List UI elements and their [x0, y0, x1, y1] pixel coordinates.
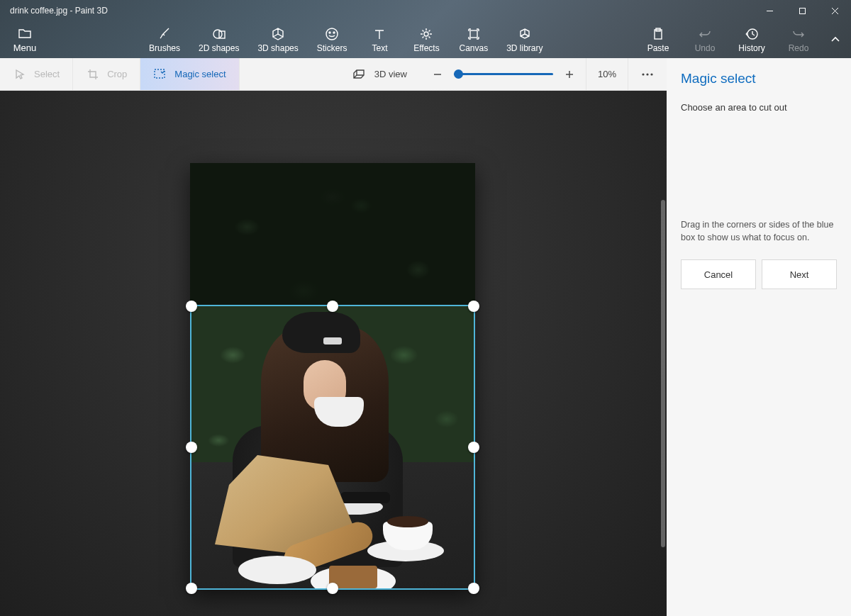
- effects-tool[interactable]: Effects: [412, 27, 440, 53]
- zoom-out-button[interactable]: [431, 68, 444, 81]
- stickers-tool[interactable]: Stickers: [317, 27, 347, 53]
- view-3d-toggle[interactable]: 3D view: [338, 58, 421, 90]
- cube-outline-icon: [352, 67, 366, 82]
- undo-tool[interactable]: Undo: [691, 27, 719, 53]
- sub-toolbar: Select Crop Magic select 3D view 10%: [0, 58, 667, 91]
- workspace: Select Crop Magic select 3D view 10%: [0, 58, 667, 616]
- selection-handle-top-right[interactable]: [468, 301, 479, 312]
- shapes3d-icon: [271, 27, 285, 41]
- panel-title: Magic select: [681, 71, 837, 86]
- magic-select-tool[interactable]: Magic select: [140, 58, 239, 90]
- svg-point-9: [424, 32, 428, 36]
- selection-handle-mid-left[interactable]: [186, 442, 197, 453]
- svg-point-7: [329, 32, 330, 33]
- menu-label: Menu: [13, 43, 37, 53]
- selection-handle-bottom-mid[interactable]: [327, 583, 338, 594]
- text-icon: [372, 27, 386, 41]
- lib3d-tool[interactable]: 3D library: [506, 27, 543, 53]
- selection-handle-bottom-left[interactable]: [186, 583, 197, 594]
- redo-tool[interactable]: Redo: [784, 27, 813, 53]
- canvas[interactable]: [190, 163, 475, 590]
- selection-handle-mid-right[interactable]: [468, 442, 479, 453]
- side-panel: Magic select Choose an area to cut out D…: [667, 58, 851, 616]
- folder-icon: [18, 26, 32, 40]
- magic-select-icon: [153, 67, 167, 82]
- window-controls: [753, 0, 851, 21]
- svg-point-18: [642, 73, 644, 75]
- crop-tool[interactable]: Crop: [73, 58, 140, 90]
- vertical-scrollbar[interactable]: [661, 200, 665, 547]
- minimize-button[interactable]: [753, 0, 786, 21]
- selection-box[interactable]: [190, 305, 475, 590]
- svg-point-6: [326, 28, 338, 40]
- svg-point-8: [333, 32, 335, 33]
- brush-icon: [157, 27, 172, 41]
- zoom-slider[interactable]: [454, 73, 553, 75]
- stickers-icon: [325, 27, 339, 41]
- svg-rect-1: [799, 8, 805, 13]
- zoom-slider-thumb[interactable]: [454, 69, 463, 79]
- undo-icon: [698, 27, 712, 41]
- ribbon: Menu Brushes 2D shapes 3D shapes Sticker…: [0, 21, 851, 58]
- canvas-icon: [467, 27, 481, 41]
- titlebar: drink coffee.jpg - Paint 3D Menu Brushes: [0, 0, 851, 58]
- svg-rect-10: [470, 30, 477, 38]
- svg-rect-14: [155, 69, 165, 78]
- canvas-tool[interactable]: Canvas: [459, 27, 488, 53]
- svg-point-19: [646, 73, 648, 75]
- panel-subtitle: Choose an area to cut out: [681, 102, 837, 113]
- brushes-tool[interactable]: Brushes: [149, 27, 180, 53]
- text-tool[interactable]: Text: [365, 27, 394, 53]
- svg-point-20: [650, 73, 652, 75]
- paste-icon: [651, 27, 665, 41]
- cursor-icon: [13, 67, 27, 82]
- window-title: drink coffee.jpg - Paint 3D: [10, 6, 108, 16]
- shapes2d-icon: [212, 27, 226, 41]
- redo-icon: [791, 27, 806, 41]
- shapes2d-tool[interactable]: 2D shapes: [199, 27, 239, 53]
- selection-handle-bottom-right[interactable]: [468, 583, 479, 594]
- history-tool[interactable]: History: [738, 27, 766, 53]
- more-options-button[interactable]: [628, 58, 667, 90]
- crop-icon: [86, 67, 100, 82]
- lib3d-icon: [518, 27, 532, 41]
- panel-description: Drag in the corners or sides of the blue…: [681, 219, 837, 244]
- ribbon-collapse-button[interactable]: [820, 34, 851, 45]
- close-button[interactable]: [818, 0, 851, 21]
- cancel-button[interactable]: Cancel: [681, 259, 756, 289]
- history-icon: [745, 27, 759, 41]
- next-button[interactable]: Next: [762, 259, 837, 289]
- select-tool[interactable]: Select: [0, 58, 73, 90]
- menu-button[interactable]: Menu: [0, 26, 50, 53]
- maximize-button[interactable]: [786, 0, 818, 21]
- shapes3d-tool[interactable]: 3D shapes: [257, 27, 298, 53]
- selection-handle-top-left[interactable]: [186, 301, 197, 312]
- dim-region-top: [190, 163, 475, 305]
- zoom-percent[interactable]: 10%: [586, 58, 628, 90]
- zoom-in-button[interactable]: [563, 68, 576, 81]
- paste-tool[interactable]: Paste: [644, 27, 672, 53]
- selection-handle-top-mid[interactable]: [327, 301, 338, 312]
- effects-icon: [419, 27, 433, 41]
